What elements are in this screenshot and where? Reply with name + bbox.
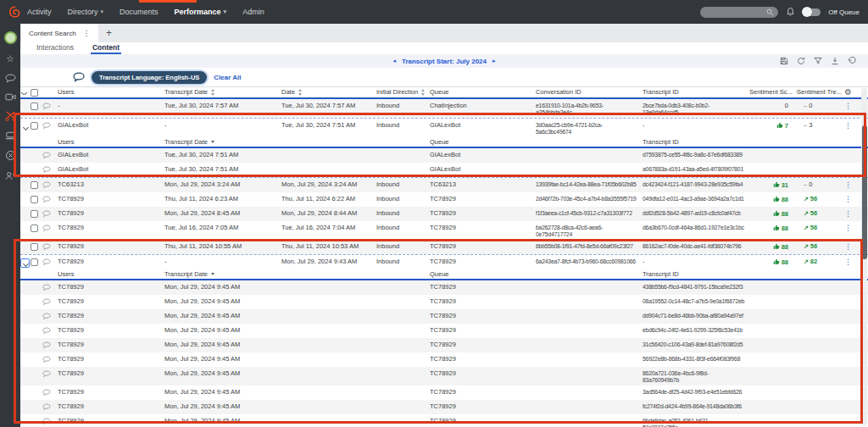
expander-cell	[20, 208, 31, 219]
cell-date: Thu, Jul 11, 2024 10:53 AM	[281, 241, 376, 252]
clear-all-button[interactable]: Clear All	[214, 74, 241, 81]
workspace-tab-content-search[interactable]: Content Search ⋮	[21, 24, 98, 42]
chevron-down-icon: ▾	[224, 8, 227, 15]
cell-users: TC78929	[58, 194, 164, 205]
trend-up-icon: ↗	[804, 196, 810, 202]
genesys-logo-icon[interactable]	[3, 5, 25, 19]
column-settings-gear-icon[interactable]: ⚙	[844, 88, 852, 97]
column-label: Sentiment Tre...	[797, 89, 842, 96]
row-checkbox[interactable]	[31, 243, 38, 251]
sub-column-transcript-date[interactable]: Transcript Date	[164, 271, 281, 278]
sub-column-users[interactable]: Users	[58, 271, 164, 278]
language-filter-chip[interactable]: Transcript Language: English-US	[92, 71, 207, 84]
sub-column-transcript-date[interactable]: Transcript Date	[164, 139, 281, 146]
column-label: Transcript Date	[164, 139, 208, 146]
nav-item-documents[interactable]: Documents	[120, 8, 159, 16]
row-menu-button[interactable]: ⋮	[844, 242, 852, 251]
cell-transcript-date: Tue, Jul 30, 2024 7:57 AM	[164, 101, 281, 116]
nav-item-activity[interactable]: Activity	[27, 8, 52, 16]
cell-users: TC78929	[58, 282, 164, 293]
column-label: Users	[58, 89, 75, 96]
chat-cell	[42, 282, 58, 293]
row-checkbox[interactable]	[31, 196, 38, 203]
save-icon[interactable]	[780, 57, 788, 65]
row-menu-button[interactable]: ⋮	[844, 209, 852, 218]
search-icon	[766, 8, 774, 16]
column-header-transcript-id[interactable]: Transcript ID	[643, 89, 749, 96]
nav-item-performance[interactable]: Performance▾	[175, 8, 227, 16]
cell-users: TC78929	[58, 241, 164, 252]
add-tab-button[interactable]: +	[98, 24, 120, 42]
cell-queue: TC78929	[430, 402, 536, 413]
column-header-sentiment-trend[interactable]: Sentiment Tre...	[797, 89, 844, 96]
row-menu-button[interactable]: ⋮	[844, 102, 852, 110]
cell-queue: TC78929	[430, 194, 536, 205]
column-header-transcript-date[interactable]: Transcript Date	[164, 89, 281, 96]
video-icon[interactable]	[5, 93, 16, 101]
sub-column-queue[interactable]: Queue	[430, 139, 536, 146]
tab-interactions[interactable]: Interactions	[35, 43, 75, 54]
row-checkbox[interactable]	[31, 122, 38, 130]
sub-column-queue[interactable]: Queue	[430, 271, 536, 278]
row-checkbox[interactable]	[31, 103, 38, 110]
global-search-input[interactable]	[700, 7, 778, 18]
messages-icon[interactable]	[5, 74, 16, 83]
interactions-icon[interactable]	[5, 111, 16, 121]
row-checkbox[interactable]	[31, 210, 38, 218]
contacts-icon[interactable]	[5, 171, 16, 180]
cell-queue: TC78929	[430, 282, 536, 293]
content-search-page: Activity Directory▾ Documents Performanc…	[0, 0, 868, 427]
column-header-initial-direction[interactable]: Initial Direction	[376, 89, 430, 96]
vertical-scrollbar[interactable]	[861, 88, 867, 425]
cell-transcript-date: Thu, Jul 11, 2024 6:23 AM	[164, 194, 281, 205]
expand-toggle[interactable]	[20, 122, 30, 131]
nav-item-directory[interactable]: Directory▾	[68, 8, 104, 16]
sub-column-users[interactable]: Users	[58, 139, 164, 146]
queue-status-toggle[interactable]	[803, 8, 821, 16]
filter-icon[interactable]	[814, 57, 822, 65]
refresh-icon[interactable]	[797, 57, 805, 65]
apps-icon[interactable]	[5, 150, 16, 161]
sub-column-transcript-id[interactable]: Transcript ID	[643, 271, 749, 278]
reset-undo-icon[interactable]	[848, 57, 856, 65]
expander-cell	[20, 101, 31, 116]
column-header-conversation-id[interactable]: Conversation ID	[536, 89, 643, 96]
cell-sentiment-score: 88	[749, 257, 797, 268]
transcript-filter-icon	[73, 72, 85, 82]
scrollbar-thumb[interactable]	[862, 125, 867, 259]
notifications-bell-icon[interactable]	[786, 7, 795, 17]
user-presence-avatar[interactable]	[4, 31, 17, 44]
row-menu-button[interactable]: ⋮	[844, 180, 852, 189]
nav-item-admin[interactable]: Admin	[242, 8, 264, 16]
column-header-date[interactable]: Date	[281, 89, 376, 96]
cell-conversation-id: ba262728-d8ca-42c6-aea6- 0e75d4717724	[536, 223, 643, 238]
row-checkbox[interactable]	[31, 181, 38, 189]
row-menu-button[interactable]: ⋮	[844, 258, 852, 266]
tab-menu-icon[interactable]: ⋮	[83, 29, 91, 37]
trend-value: 56	[810, 195, 817, 202]
pager-previous-icon[interactable]: ◂	[392, 58, 396, 64]
score-value: 88	[782, 196, 788, 203]
tab-content[interactable]: Content	[91, 43, 121, 54]
sub-column-transcript-id[interactable]: Transcript ID	[643, 139, 749, 146]
row-checkbox[interactable]	[31, 258, 38, 266]
collapse-all-toggle[interactable]	[20, 90, 31, 95]
select-all-checkbox[interactable]	[31, 89, 38, 97]
column-header-users[interactable]: Users	[58, 89, 164, 96]
favorites-star-icon[interactable]: ☆	[6, 54, 14, 64]
row-menu-button[interactable]: ⋮	[844, 224, 852, 232]
row-menu-button[interactable]: ⋮	[844, 121, 852, 130]
expand-toggle[interactable]	[20, 258, 30, 268]
column-header-queue[interactable]: Queue	[430, 89, 536, 96]
export-download-icon[interactable]	[831, 57, 839, 65]
sub-row: GIALexBotTue, Jul 30, 2024 7:51 AMGIALex…	[20, 148, 868, 163]
cell-queue: TC78929	[430, 257, 536, 268]
cell-date: Thu, Jul 11, 2024 6:22 AM	[281, 194, 376, 205]
row-menu-button[interactable]: ⋮	[844, 195, 852, 203]
column-header-sentiment-score[interactable]: Sentiment Sc...	[749, 89, 797, 96]
row-checkbox[interactable]	[31, 225, 38, 232]
chat-cell	[42, 340, 58, 351]
sub-row: TC78929Mon, Jul 29, 2024 9:45 AMTC78929f…	[20, 400, 868, 414]
pager-next-icon[interactable]: ▸	[492, 58, 496, 64]
inbox-icon[interactable]	[5, 131, 16, 140]
